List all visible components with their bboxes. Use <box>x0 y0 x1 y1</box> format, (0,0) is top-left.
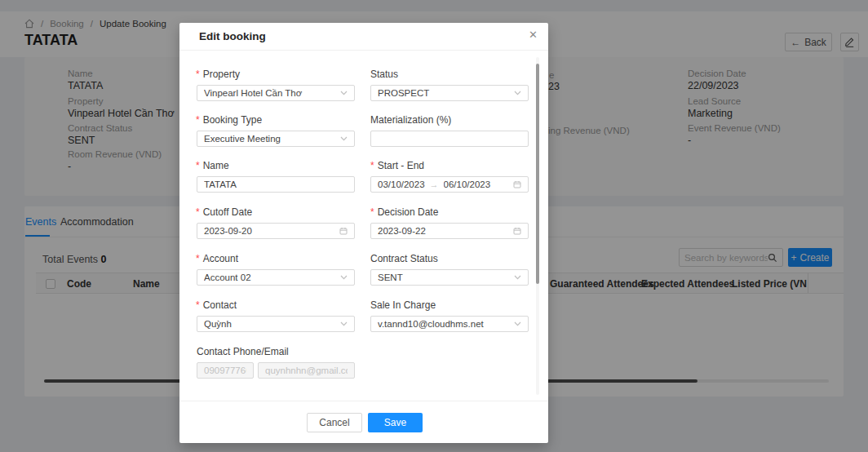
property-value: Vinpearl Hotel Cần Thơ <box>204 88 340 98</box>
modal-title: Edit booking <box>199 30 266 42</box>
start-end-label: Start - End <box>370 160 424 171</box>
chevron-down-icon <box>514 275 521 280</box>
chevron-down-icon <box>340 321 348 326</box>
decision-date-picker[interactable]: 2023-09-22 <box>370 223 529 239</box>
contact-phone-value: 0909777666 <box>204 366 246 375</box>
name-value: TATATA <box>204 179 348 189</box>
close-icon[interactable]: ✕ <box>529 29 538 40</box>
calendar-icon <box>513 227 521 235</box>
name-input[interactable]: TATATA <box>197 176 355 193</box>
account-value: Account 02 <box>204 273 340 282</box>
property-select[interactable]: Vinpearl Hotel Cần Thơ <box>197 85 355 101</box>
contact-value: Quỳnh <box>204 319 340 329</box>
status-select[interactable]: PROSPECT <box>370 85 529 101</box>
booking-type-label: Booking Type <box>196 114 262 126</box>
status-value: PROSPECT <box>378 88 514 98</box>
chevron-down-icon <box>514 321 521 326</box>
modal-scrollbar[interactable] <box>536 57 539 395</box>
contact-phone-email-label: Contact Phone/Email <box>197 346 289 357</box>
modal-footer: Cancel Save <box>179 401 548 443</box>
edit-booking-modal: Edit booking ✕ Property Vinpearl Hotel C… <box>179 23 548 443</box>
chevron-down-icon <box>340 91 348 95</box>
range-arrow-icon: → <box>430 179 439 189</box>
decision-date-value: 2023-09-22 <box>378 226 513 236</box>
chevron-down-icon <box>514 91 521 95</box>
contract-status-label: Contract Status <box>370 253 438 264</box>
modal-header: Edit booking ✕ <box>179 23 548 51</box>
cutoff-date-value: 2023-09-20 <box>204 226 339 236</box>
sale-in-charge-value: v.tannd10@cloudhms.net <box>378 319 514 329</box>
contact-email-input: quynhnhn@gmail.com <box>258 362 355 379</box>
cutoff-date-picker[interactable]: 2023-09-20 <box>197 223 355 239</box>
sale-in-charge-select[interactable]: v.tannd10@cloudhms.net <box>370 316 529 332</box>
contact-label: Contact <box>196 299 237 311</box>
page-root: / Booking / Update Booking TATATA ← Back… <box>0 0 868 452</box>
account-select[interactable]: Account 02 <box>197 269 355 286</box>
chevron-down-icon <box>340 275 348 280</box>
materialization-label: Materialization (%) <box>370 114 451 126</box>
calendar-icon <box>339 227 348 235</box>
contact-email-value: quynhnhn@gmail.com <box>265 366 348 375</box>
contact-phone-input: 0909777666 <box>197 362 254 379</box>
status-label: Status <box>370 69 398 80</box>
contract-status-select[interactable]: SENT <box>370 269 529 286</box>
calendar-icon <box>513 180 521 188</box>
sale-in-charge-label: Sale In Charge <box>370 299 436 311</box>
chevron-down-icon <box>340 136 348 141</box>
start-end-range-picker[interactable]: 03/10/2023 → 06/10/2023 <box>370 176 529 193</box>
name-label: Name <box>196 160 229 171</box>
account-label: Account <box>196 253 238 264</box>
decision-date-label: Decision Date <box>370 206 438 218</box>
property-label: Property <box>196 69 240 80</box>
booking-type-value: Executive Meeting <box>204 134 340 144</box>
materialization-input[interactable] <box>370 131 529 147</box>
booking-type-select[interactable]: Executive Meeting <box>197 131 355 147</box>
modal-scrollbar-thumb[interactable] <box>536 64 539 284</box>
end-date-value: 06/10/2023 <box>444 179 513 189</box>
cancel-button[interactable]: Cancel <box>307 413 362 432</box>
contract-status-value: SENT <box>378 273 514 282</box>
cutoff-date-label: Cutoff Date <box>196 206 252 218</box>
contact-select[interactable]: Quỳnh <box>197 316 355 332</box>
start-date-value: 03/10/2023 <box>378 179 425 189</box>
save-button[interactable]: Save <box>368 413 423 432</box>
